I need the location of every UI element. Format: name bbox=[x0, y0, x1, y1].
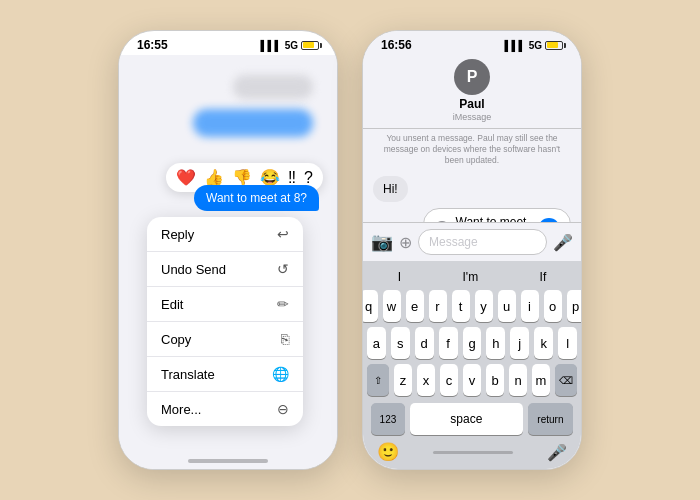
left-status-icons: ▌▌▌ 5G bbox=[260, 40, 319, 51]
key-123[interactable]: 123 bbox=[371, 403, 405, 435]
key-b[interactable]: b bbox=[486, 364, 504, 396]
keyboard-bottom: 🙂 🎤 bbox=[367, 439, 577, 467]
left-home-indicator bbox=[188, 459, 268, 463]
menu-copy-label: Copy bbox=[161, 332, 191, 347]
left-phone: 16:55 ▌▌▌ 5G ❤️ 👍 👎 😂 ‼️ ? Want to bbox=[118, 30, 338, 470]
key-x[interactable]: x bbox=[417, 364, 435, 396]
imessage-header: P Paul iMessage bbox=[363, 55, 581, 129]
key-y[interactable]: y bbox=[475, 290, 493, 322]
key-m[interactable]: m bbox=[532, 364, 550, 396]
emoji-icon[interactable]: 🙂 bbox=[377, 441, 399, 463]
battery-icon bbox=[301, 41, 319, 50]
right-battery-icon bbox=[545, 41, 563, 50]
more-icon: ⊖ bbox=[277, 401, 289, 417]
key-shift[interactable]: ⇧ bbox=[367, 364, 389, 396]
reply-icon: ↩ bbox=[277, 226, 289, 242]
key-space[interactable]: space bbox=[410, 403, 523, 435]
key-row-3: ⇧ z x c v b n m ⌫ bbox=[367, 364, 577, 396]
context-menu: Reply ↩ Undo Send ↺ Edit ✏ Copy ⎘ Transl… bbox=[147, 217, 303, 426]
edit-text[interactable]: Want to meet at 8? bbox=[456, 215, 533, 222]
menu-translate-label: Translate bbox=[161, 367, 215, 382]
left-chat-bg: ❤️ 👍 👎 😂 ‼️ ? Want to meet at 8? Reply ↩… bbox=[119, 55, 337, 469]
predict-if[interactable]: If bbox=[532, 268, 555, 286]
right-status-bar: 16:56 ▌▌▌ 5G bbox=[363, 31, 581, 55]
key-l[interactable]: l bbox=[558, 327, 577, 359]
right-status-icons: ▌▌▌ 5G bbox=[504, 40, 563, 51]
key-t[interactable]: t bbox=[452, 290, 470, 322]
menu-edit[interactable]: Edit ✏ bbox=[147, 287, 303, 322]
key-n[interactable]: n bbox=[509, 364, 527, 396]
right-signal-icon: ▌▌▌ bbox=[504, 40, 525, 51]
predict-im[interactable]: I'm bbox=[455, 268, 487, 286]
key-z[interactable]: z bbox=[394, 364, 412, 396]
key-r[interactable]: r bbox=[429, 290, 447, 322]
reaction-question[interactable]: ? bbox=[304, 169, 313, 187]
copy-icon: ⎘ bbox=[281, 331, 289, 347]
key-f[interactable]: f bbox=[439, 327, 458, 359]
msg-hi: Hi! bbox=[373, 176, 571, 202]
apps-icon[interactable]: ⊕ bbox=[399, 233, 412, 252]
key-o[interactable]: o bbox=[544, 290, 562, 322]
predict-i[interactable]: I bbox=[390, 268, 409, 286]
menu-more[interactable]: More... ⊖ bbox=[147, 392, 303, 426]
menu-undo-send-label: Undo Send bbox=[161, 262, 226, 277]
mic-icon[interactable]: 🎤 bbox=[553, 233, 573, 252]
service-label: iMessage bbox=[453, 112, 492, 122]
key-backspace[interactable]: ⌫ bbox=[555, 364, 577, 396]
key-row-1: q w e r t y u i o p bbox=[367, 290, 577, 322]
menu-more-label: More... bbox=[161, 402, 201, 417]
key-s[interactable]: s bbox=[391, 327, 410, 359]
predictive-bar: I I'm If bbox=[367, 265, 577, 290]
key-i[interactable]: i bbox=[521, 290, 539, 322]
messages-area: Hi! ✕ Want to meet at 8? ▲ Delivered Tha… bbox=[363, 170, 581, 222]
key-d[interactable]: d bbox=[415, 327, 434, 359]
key-e[interactable]: e bbox=[406, 290, 424, 322]
key-return[interactable]: return bbox=[528, 403, 573, 435]
hi-bubble: Hi! bbox=[373, 176, 408, 202]
key-row-2: a s d f g h j k l bbox=[367, 327, 577, 359]
menu-copy[interactable]: Copy ⎘ bbox=[147, 322, 303, 357]
msg-editing: ✕ Want to meet at 8? ▲ Delivered bbox=[373, 208, 571, 222]
key-w[interactable]: w bbox=[383, 290, 401, 322]
phones-container: 16:55 ▌▌▌ 5G ❤️ 👍 👎 😂 ‼️ ? Want to bbox=[118, 30, 582, 470]
key-p[interactable]: p bbox=[567, 290, 583, 322]
reaction-heart[interactable]: ❤️ bbox=[176, 168, 196, 187]
imessage-screen: P Paul iMessage You unsent a message. Pa… bbox=[363, 55, 581, 469]
menu-translate[interactable]: Translate 🌐 bbox=[147, 357, 303, 392]
key-q[interactable]: q bbox=[362, 290, 378, 322]
menu-edit-label: Edit bbox=[161, 297, 183, 312]
blur-msg-2 bbox=[193, 109, 313, 137]
translate-icon: 🌐 bbox=[272, 366, 289, 382]
menu-undo-send[interactable]: Undo Send ↺ bbox=[147, 252, 303, 287]
system-notice: You unsent a message. Paul may still see… bbox=[363, 129, 581, 170]
key-h[interactable]: h bbox=[486, 327, 505, 359]
left-status-bar: 16:55 ▌▌▌ 5G bbox=[119, 31, 337, 55]
input-bar: 📷 ⊕ Message 🎤 bbox=[363, 222, 581, 261]
key-a[interactable]: a bbox=[367, 327, 386, 359]
right-network-type: 5G bbox=[529, 40, 542, 51]
network-type: 5G bbox=[285, 40, 298, 51]
camera-icon[interactable]: 📷 bbox=[371, 231, 393, 253]
key-v[interactable]: v bbox=[463, 364, 481, 396]
message-input[interactable]: Message bbox=[418, 229, 547, 255]
key-row-4: 123 space return bbox=[367, 401, 577, 439]
key-g[interactable]: g bbox=[463, 327, 482, 359]
menu-reply-label: Reply bbox=[161, 227, 194, 242]
keyboard-mic-icon[interactable]: 🎤 bbox=[547, 443, 567, 462]
undo-icon: ↺ bbox=[277, 261, 289, 277]
key-c[interactable]: c bbox=[440, 364, 458, 396]
right-time: 16:56 bbox=[381, 38, 412, 52]
key-u[interactable]: u bbox=[498, 290, 516, 322]
contact-name[interactable]: Paul bbox=[459, 97, 484, 111]
keyboard: I I'm If q w e r t y u i o p a bbox=[363, 261, 581, 469]
menu-reply[interactable]: Reply ↩ bbox=[147, 217, 303, 252]
blur-msg-1 bbox=[233, 75, 313, 99]
key-k[interactable]: k bbox=[534, 327, 553, 359]
contact-avatar: P bbox=[454, 59, 490, 95]
right-phone: 16:56 ▌▌▌ 5G P Paul iMessage You unsent … bbox=[362, 30, 582, 470]
editing-bubble[interactable]: ✕ Want to meet at 8? ▲ bbox=[423, 208, 572, 222]
right-home-indicator bbox=[433, 451, 513, 454]
edit-icon: ✏ bbox=[277, 296, 289, 312]
key-j[interactable]: j bbox=[510, 327, 529, 359]
reaction-exclaim[interactable]: ‼️ bbox=[288, 169, 296, 187]
